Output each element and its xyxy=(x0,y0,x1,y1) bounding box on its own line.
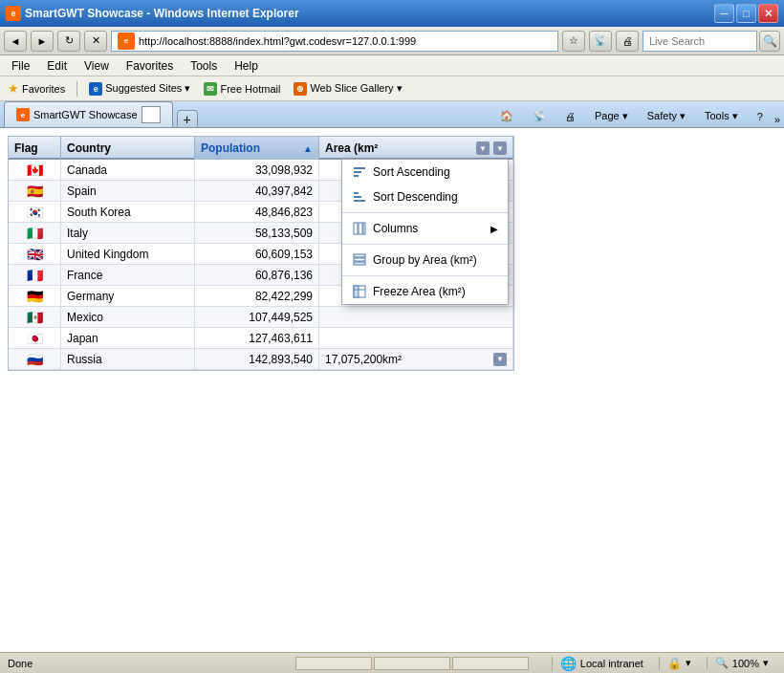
sort-descending-menu-item[interactable]: Sort Descending xyxy=(342,185,508,209)
suggested-sites-button[interactable]: e Suggested Sites ▾ xyxy=(85,80,194,98)
progress-bar-1 xyxy=(295,657,372,670)
freeze-label: Freeze Area (km²) xyxy=(373,285,466,298)
freeze-menu-item[interactable]: Freeze Area (km²) xyxy=(342,279,508,304)
title-bar-left: e SmartGWT Showcase - Windows Internet E… xyxy=(6,6,299,21)
ctx-sep-1 xyxy=(342,212,508,213)
flag-cell: 🇨🇦 xyxy=(9,160,61,181)
refresh-button[interactable]: ↻ xyxy=(57,31,80,52)
svg-rect-11 xyxy=(354,262,365,265)
sep-1 xyxy=(76,81,77,97)
feeds-button[interactable]: 📡 xyxy=(525,107,554,125)
stop-button[interactable]: ✕ xyxy=(84,31,107,52)
menu-file[interactable]: File xyxy=(4,57,37,75)
col-header-population[interactable]: Population ▲ xyxy=(195,137,319,160)
window-title: SmartGWT Showcase - Windows Internet Exp… xyxy=(25,7,299,20)
freeze-menu-icon xyxy=(352,284,367,299)
favorites-star-button[interactable]: ☆ xyxy=(562,31,585,52)
safety-label: Safety ▾ xyxy=(647,110,686,122)
page-button[interactable]: Page ▾ xyxy=(587,107,636,125)
country-cell: Italy xyxy=(61,223,195,244)
window-controls: ─ □ ✕ xyxy=(714,4,778,23)
toolbar-expander[interactable]: » xyxy=(774,114,780,125)
area-scroll-button[interactable]: ▼ xyxy=(493,353,507,366)
maximize-button[interactable]: □ xyxy=(736,4,756,23)
forward-button[interactable]: ► xyxy=(31,31,54,52)
close-button[interactable]: ✕ xyxy=(758,4,778,23)
flag-icon: 🇷🇺 xyxy=(27,352,43,367)
area-col-label: Area (km² xyxy=(325,141,378,155)
flag-icon: 🇬🇧 xyxy=(27,247,43,262)
content-area: Flag Country Population ▲ Area (km² ▼ ▼ xyxy=(0,128,784,652)
area-cell xyxy=(319,328,513,349)
population-cell: 60,876,136 xyxy=(195,265,319,286)
columns-menu-item[interactable]: Columns ▶ xyxy=(342,216,508,241)
population-cell: 40,397,842 xyxy=(195,181,319,202)
country-cell: Germany xyxy=(61,286,195,307)
svg-rect-0 xyxy=(354,167,365,169)
flag-cell: 🇩🇪 xyxy=(9,286,61,307)
menu-tools[interactable]: Tools xyxy=(183,57,225,75)
search-input[interactable] xyxy=(642,31,757,52)
sort-ascending-menu-item[interactable]: Sort Ascending xyxy=(342,160,508,185)
zoom-search-icon: 🔍 xyxy=(715,657,729,669)
col-header-flag[interactable]: Flag xyxy=(9,137,61,160)
columns-arrow-icon: ▶ xyxy=(490,224,498,234)
country-cell: France xyxy=(61,265,195,286)
web-slice-icon: ⊕ xyxy=(294,82,307,96)
sort-descending-label: Sort Descending xyxy=(373,190,458,204)
tab-smartgwt[interactable]: e SmartGWT Showcase xyxy=(4,101,173,127)
search-button[interactable]: 🔍 xyxy=(759,31,780,52)
population-cell: 58,133,509 xyxy=(195,223,319,244)
svg-rect-9 xyxy=(354,254,365,257)
web-slice-gallery-button[interactable]: ⊕ Web Slice Gallery ▾ xyxy=(290,80,405,98)
svg-rect-2 xyxy=(354,175,359,177)
tools-button[interactable]: Tools ▾ xyxy=(697,107,746,125)
favorites-button[interactable]: ★ Favorites xyxy=(4,79,69,98)
address-input-container[interactable]: e http://localhost:8888/index.html?gwt.c… xyxy=(111,31,558,52)
menu-bar: File Edit View Favorites Tools Help xyxy=(0,55,784,76)
col-header-area[interactable]: Area (km² ▼ ▼ xyxy=(319,137,513,160)
population-cell: 142,893,540 xyxy=(195,349,319,370)
minimize-button[interactable]: ─ xyxy=(714,4,734,23)
help-button[interactable]: ? xyxy=(750,108,771,125)
print-tool-button[interactable]: 🖨 xyxy=(557,108,583,125)
back-button[interactable]: ◄ xyxy=(4,31,27,52)
flag-cell: 🇰🇷 xyxy=(9,202,61,223)
flag-icon: 🇨🇦 xyxy=(27,163,43,178)
menu-favorites[interactable]: Favorites xyxy=(119,57,181,75)
flag-cell: 🇫🇷 xyxy=(9,265,61,286)
tab-input[interactable] xyxy=(142,106,161,123)
hotmail-icon: ✉ xyxy=(204,82,217,96)
menu-view[interactable]: View xyxy=(76,57,117,75)
status-zoom: 🔍 100% ▾ xyxy=(707,657,776,669)
page-icon: e xyxy=(118,33,135,50)
sort-descending-menu-icon xyxy=(352,189,367,205)
tools-label: Tools ▾ xyxy=(705,110,738,122)
security-dropdown[interactable]: ▾ xyxy=(686,657,691,669)
rss-button[interactable]: 📡 xyxy=(589,31,612,52)
safety-button[interactable]: Safety ▾ xyxy=(640,107,693,125)
svg-rect-4 xyxy=(354,196,361,198)
group-by-menu-item[interactable]: Group by Area (km²) xyxy=(342,248,508,272)
home-button[interactable]: 🏠 xyxy=(492,107,521,125)
tab-bar: e SmartGWT Showcase + 🏠 📡 🖨 Page ▾ Safet… xyxy=(0,101,784,128)
progress-bar-3 xyxy=(452,657,529,670)
help-label: ? xyxy=(757,111,763,122)
area-dropdown-button[interactable]: ▼ xyxy=(493,141,507,155)
area-filter-button[interactable]: ▼ xyxy=(476,141,490,155)
country-cell: Mexico xyxy=(61,307,195,328)
free-hotmail-button[interactable]: ✉ Free Hotmail xyxy=(200,80,284,98)
print-button[interactable]: 🖨 xyxy=(616,31,639,52)
tab-page-icon: e xyxy=(16,108,30,121)
menu-edit[interactable]: Edit xyxy=(39,57,75,75)
status-bar: Done 🌐 Local intranet 🔒 ▾ 🔍 100% ▾ xyxy=(0,652,784,673)
columns-label: Columns xyxy=(373,222,418,235)
web-slice-label: Web Slice Gallery ▾ xyxy=(310,82,402,95)
zoom-dropdown[interactable]: ▾ xyxy=(763,657,769,669)
population-cell: 48,846,823 xyxy=(195,202,319,223)
menu-help[interactable]: Help xyxy=(227,57,266,75)
col-header-country[interactable]: Country xyxy=(61,137,195,160)
new-tab-button[interactable]: + xyxy=(177,110,198,127)
address-bar: ◄ ► ↻ ✕ e http://localhost:8888/index.ht… xyxy=(0,27,784,55)
flag-cell: 🇯🇵 xyxy=(9,328,61,349)
